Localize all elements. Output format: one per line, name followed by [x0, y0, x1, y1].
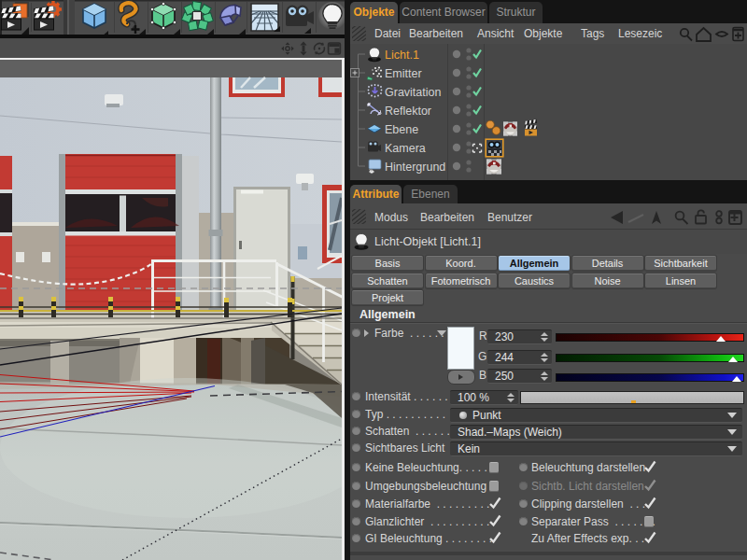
- svg-text:Ebene: Ebene: [385, 123, 418, 136]
- svg-text:Kamera: Kamera: [385, 142, 426, 155]
- svg-text:Hintergrund: Hintergrund: [385, 161, 445, 174]
- svg-text:Gravitation: Gravitation: [385, 86, 441, 99]
- svg-text:Emitter: Emitter: [385, 67, 422, 80]
- svg-text:Reflektor: Reflektor: [385, 105, 431, 118]
- svg-text:Licht.1: Licht.1: [385, 49, 419, 62]
